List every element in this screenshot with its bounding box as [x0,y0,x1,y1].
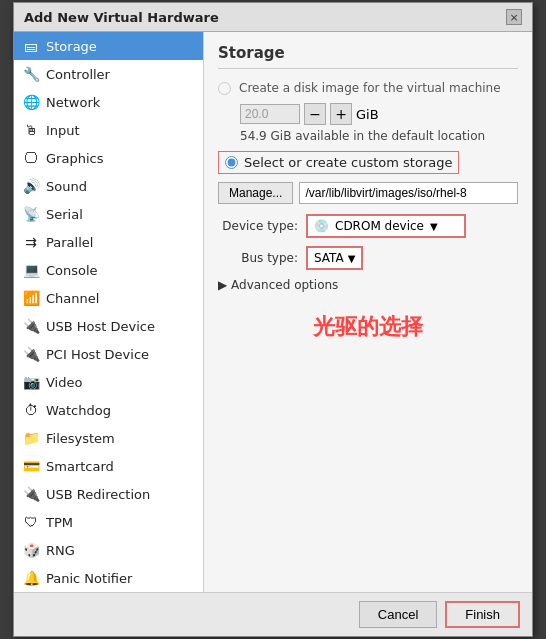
smartcard-icon: 💳 [22,457,40,475]
sidebar-item-label-pci-host: PCI Host Device [46,347,149,362]
sidebar-item-label-panic: Panic Notifier [46,571,132,586]
custom-storage-label: Select or create custom storage [244,155,452,170]
dialog: Add New Virtual Hardware × 🖴Storage🔧Cont… [13,2,533,637]
sidebar-item-label-video: Video [46,375,82,390]
sidebar-item-label-usb-redir: USB Redirection [46,487,150,502]
custom-storage-row: Select or create custom storage [218,151,459,174]
sidebar-item-parallel[interactable]: ⇉Parallel [14,228,203,256]
bus-type-dropdown-arrow: ▼ [348,253,356,264]
disk-size-row: − + GiB [240,103,518,125]
bus-type-row: Bus type: SATA ▼ [218,246,518,270]
disk-size-input[interactable] [240,104,300,124]
sidebar-item-panic[interactable]: 🔔Panic Notifier [14,564,203,592]
sidebar-item-label-console: Console [46,263,98,278]
serial-icon: 📡 [22,205,40,223]
manage-row: Manage... [218,182,518,204]
dialog-title: Add New Virtual Hardware [24,10,219,25]
sidebar-item-input[interactable]: 🖱Input [14,116,203,144]
custom-storage-radio[interactable] [225,156,238,169]
sidebar-item-storage[interactable]: 🖴Storage [14,32,203,60]
sidebar-item-serial[interactable]: 📡Serial [14,200,203,228]
channel-icon: 📶 [22,289,40,307]
device-type-icon: 💿 [314,219,329,233]
sidebar-item-controller[interactable]: 🔧Controller [14,60,203,88]
sidebar-item-label-channel: Channel [46,291,99,306]
disk-size-unit: GiB [356,107,379,122]
content-title: Storage [218,44,518,69]
dialog-body: 🖴Storage🔧Controller🌐Network🖱Input🖵Graphi… [14,32,532,592]
sidebar-item-tpm[interactable]: 🛡TPM [14,508,203,536]
device-type-dropdown-arrow: ▼ [430,221,438,232]
advanced-options-label: ▶ Advanced options [218,278,338,292]
annotation-text: 光驱的选择 [218,312,518,342]
parallel-icon: ⇉ [22,233,40,251]
sidebar-item-label-tpm: TPM [46,515,73,530]
close-button[interactable]: × [506,9,522,25]
bus-type-label: Bus type: [218,251,298,265]
input-icon: 🖱 [22,121,40,139]
watchdog-icon: ⏱ [22,401,40,419]
sidebar-item-graphics[interactable]: 🖵Graphics [14,144,203,172]
usb-host-icon: 🔌 [22,317,40,335]
device-type-value: CDROM device [335,219,424,233]
disk-size-plus[interactable]: + [330,103,352,125]
storage-icon: 🖴 [22,37,40,55]
disk-size-minus[interactable]: − [304,103,326,125]
bus-type-select[interactable]: SATA ▼ [306,246,363,270]
sidebar-item-usb-redir[interactable]: 🔌USB Redirection [14,480,203,508]
sidebar-item-label-parallel: Parallel [46,235,93,250]
sidebar-item-label-serial: Serial [46,207,83,222]
filesystem-icon: 📁 [22,429,40,447]
sidebar-item-pci-host[interactable]: 🔌PCI Host Device [14,340,203,368]
disk-image-label: Create a disk image for the virtual mach… [239,81,501,95]
disk-image-option-row: Create a disk image for the virtual mach… [218,81,518,95]
disk-image-radio[interactable] [218,82,231,95]
cancel-button[interactable]: Cancel [359,601,437,628]
sidebar-item-label-rng: RNG [46,543,75,558]
sidebar-item-label-graphics: Graphics [46,151,103,166]
network-icon: 🌐 [22,93,40,111]
manage-button[interactable]: Manage... [218,182,293,204]
bus-type-value: SATA [314,251,344,265]
sidebar-item-watchdog[interactable]: ⏱Watchdog [14,396,203,424]
title-bar: Add New Virtual Hardware × [14,3,532,32]
available-text: 54.9 GiB available in the default locati… [240,129,518,143]
finish-button[interactable]: Finish [445,601,520,628]
sidebar-item-sound[interactable]: 🔊Sound [14,172,203,200]
sidebar-item-channel[interactable]: 📶Channel [14,284,203,312]
device-type-row: Device type: 💿 CDROM device ▼ [218,214,518,238]
panic-icon: 🔔 [22,569,40,587]
sidebar-item-label-usb-host: USB Host Device [46,319,155,334]
tpm-icon: 🛡 [22,513,40,531]
device-type-select[interactable]: 💿 CDROM device ▼ [306,214,466,238]
video-icon: 📷 [22,373,40,391]
sidebar-item-label-watchdog: Watchdog [46,403,111,418]
sound-icon: 🔊 [22,177,40,195]
sidebar-item-label-network: Network [46,95,100,110]
sidebar-item-filesystem[interactable]: 📁Filesystem [14,424,203,452]
graphics-icon: 🖵 [22,149,40,167]
sidebar-item-label-smartcard: Smartcard [46,459,114,474]
device-type-label: Device type: [218,219,298,233]
storage-path-input[interactable] [299,182,518,204]
sidebar-item-rng[interactable]: 🎲RNG [14,536,203,564]
sidebar-item-label-input: Input [46,123,80,138]
sidebar-item-console[interactable]: 💻Console [14,256,203,284]
sidebar-item-label-controller: Controller [46,67,110,82]
rng-icon: 🎲 [22,541,40,559]
sidebar: 🖴Storage🔧Controller🌐Network🖱Input🖵Graphi… [14,32,204,592]
advanced-options-toggle[interactable]: ▶ Advanced options [218,278,518,292]
sidebar-item-label-storage: Storage [46,39,97,54]
sidebar-item-video[interactable]: 📷Video [14,368,203,396]
sidebar-item-usb-host[interactable]: 🔌USB Host Device [14,312,203,340]
dialog-footer: Cancel Finish [14,592,532,636]
advanced-options-row: ▶ Advanced options [218,278,518,292]
usb-redir-icon: 🔌 [22,485,40,503]
sidebar-item-smartcard[interactable]: 💳Smartcard [14,452,203,480]
console-icon: 💻 [22,261,40,279]
sidebar-item-network[interactable]: 🌐Network [14,88,203,116]
pci-host-icon: 🔌 [22,345,40,363]
controller-icon: 🔧 [22,65,40,83]
sidebar-item-label-sound: Sound [46,179,87,194]
sidebar-item-label-filesystem: Filesystem [46,431,115,446]
